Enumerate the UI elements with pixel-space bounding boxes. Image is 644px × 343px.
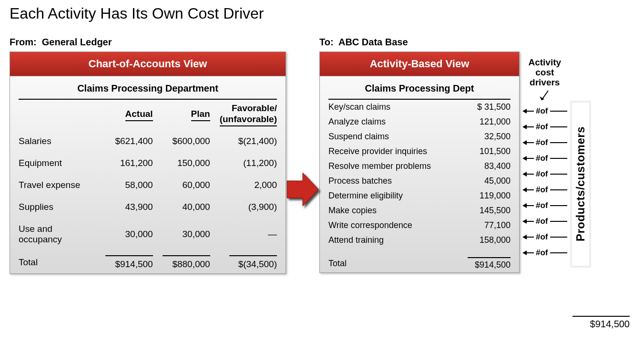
gl-fav: — bbox=[215, 218, 286, 250]
gl-plan: $600,000 bbox=[158, 130, 215, 152]
svg-marker-6 bbox=[522, 125, 527, 129]
gl-table: Actual Plan Favorable/ (unfavorable) Sal… bbox=[10, 100, 286, 273]
dash-icon bbox=[550, 111, 567, 112]
cost-driver-row: #of bbox=[522, 232, 567, 242]
numof-label: #of bbox=[536, 201, 548, 210]
transform-arrow-icon bbox=[286, 170, 319, 208]
gl-fav: (11,200) bbox=[215, 152, 286, 174]
gl-label: Supplies bbox=[10, 196, 101, 218]
gl-label: Equipment bbox=[10, 152, 101, 174]
arrow-left-icon bbox=[522, 108, 534, 114]
dash-icon bbox=[550, 189, 567, 190]
gl-fav: (3,900) bbox=[215, 196, 286, 218]
svg-marker-18 bbox=[522, 219, 527, 224]
abc-label: Process batches bbox=[320, 174, 452, 188]
gl-panel-header: Chart-of-Accounts View bbox=[10, 52, 286, 76]
table-row: Analyze claims121,000 bbox=[320, 114, 519, 129]
dash-icon bbox=[550, 158, 567, 159]
abc-label: Resolve member problems bbox=[320, 159, 452, 174]
numof-label: #of bbox=[536, 232, 548, 242]
table-row: Use and occupancy30,00030,000— bbox=[10, 218, 286, 250]
numof-label: #of bbox=[536, 154, 548, 163]
table-row: Attend training158,000 bbox=[320, 233, 519, 248]
products-customers-label: Products/customers bbox=[574, 126, 587, 241]
abc-panel-header: Activity-Based View bbox=[320, 52, 519, 76]
gl-plan: 150,000 bbox=[158, 152, 215, 174]
gl-label: Travel expense bbox=[10, 174, 101, 196]
arrow-left-icon bbox=[522, 202, 534, 209]
table-row: Supplies43,90040,000(3,900) bbox=[10, 196, 286, 218]
abc-label: Key/scan claims bbox=[320, 100, 452, 114]
table-row: Process batches45,000 bbox=[320, 174, 519, 188]
table-row: Write correspondence77,100 bbox=[320, 218, 519, 233]
arrow-left-icon bbox=[522, 218, 534, 225]
cost-driver-row: #of bbox=[522, 216, 567, 227]
gl-fav: 2,000 bbox=[215, 174, 286, 196]
numof-label: #of bbox=[536, 106, 548, 116]
gl-panel-subheader: Claims Processing Department bbox=[19, 76, 277, 100]
table-row: Receive provider inquiries101,500 bbox=[320, 144, 519, 159]
arrow-left-icon bbox=[522, 124, 534, 130]
abc-table: Key/scan claims$ 31,500Analyze claims121… bbox=[320, 100, 519, 272]
abc-label: Determine eligibility bbox=[320, 188, 452, 203]
gl-actual: 58,000 bbox=[101, 174, 158, 196]
anno-title: Activity cost drivers bbox=[522, 58, 567, 88]
abc-value: 77,100 bbox=[452, 218, 519, 233]
cost-driver-row: #of bbox=[522, 248, 567, 258]
gl-label: Salaries bbox=[10, 130, 101, 152]
numof-label: #of bbox=[536, 169, 548, 179]
numof-label: #of bbox=[536, 248, 548, 258]
abc-value: 158,000 bbox=[452, 233, 519, 248]
gl-actual: 30,000 bbox=[101, 218, 158, 250]
cost-driver-row: #of bbox=[522, 137, 567, 148]
dash-icon bbox=[550, 221, 567, 222]
numof-label: #of bbox=[536, 122, 548, 132]
dash-icon bbox=[550, 174, 567, 175]
gl-panel: Chart-of-Accounts View Claims Processing… bbox=[10, 52, 286, 274]
gl-fav: $(21,400) bbox=[215, 130, 286, 152]
gl-actual: 161,200 bbox=[101, 152, 158, 174]
table-row: Key/scan claims$ 31,500 bbox=[320, 100, 519, 114]
abc-panel-subheader: Claims Processing Dept bbox=[328, 76, 511, 100]
svg-marker-16 bbox=[522, 203, 527, 208]
gl-actual: $621,400 bbox=[101, 130, 158, 152]
cost-driver-row: #of bbox=[522, 200, 567, 211]
abc-label: Make copies bbox=[320, 203, 452, 218]
cost-driver-row: #of bbox=[522, 122, 567, 132]
abc-value: 101,500 bbox=[452, 144, 519, 159]
dash-icon bbox=[550, 126, 567, 127]
cost-driver-row: #of bbox=[522, 185, 567, 195]
table-row: Determine eligibility119,000 bbox=[320, 188, 519, 203]
svg-marker-8 bbox=[522, 140, 527, 145]
table-row: Make copies145,500 bbox=[320, 203, 519, 218]
abc-value: 83,400 bbox=[452, 159, 519, 174]
numof-label: #of bbox=[536, 185, 548, 195]
svg-marker-4 bbox=[522, 109, 527, 114]
dash-icon bbox=[550, 252, 567, 253]
abc-value: $ 31,500 bbox=[452, 100, 519, 114]
arrow-left-icon bbox=[522, 187, 534, 193]
col-actual: Actual bbox=[101, 100, 158, 130]
abc-label: Attend training bbox=[320, 233, 452, 248]
gl-actual: 43,900 bbox=[101, 196, 158, 218]
gl-plan: 30,000 bbox=[158, 218, 215, 250]
arrow-left-icon bbox=[522, 155, 534, 162]
arrow-left-icon bbox=[522, 139, 534, 146]
table-row: Resolve member problems83,400 bbox=[320, 159, 519, 174]
abc-total-row: Total $914,500 bbox=[320, 248, 519, 272]
arrow-left-icon bbox=[522, 249, 534, 256]
svg-marker-20 bbox=[522, 235, 527, 239]
table-row: Suspend claims32,500 bbox=[320, 129, 519, 144]
dash-icon bbox=[550, 205, 567, 206]
svg-marker-0 bbox=[287, 173, 318, 206]
to-label: To: ABC Data Base bbox=[319, 37, 520, 48]
abc-value: 145,500 bbox=[452, 203, 519, 218]
dash-icon bbox=[550, 237, 567, 238]
arrow-left-icon bbox=[522, 234, 534, 240]
gl-total-row: Total $914,500 $880,000 $(34,500) bbox=[10, 250, 286, 273]
table-row: Travel expense58,00060,0002,000 bbox=[10, 174, 286, 196]
svg-marker-14 bbox=[522, 187, 527, 192]
abc-label: Suspend claims bbox=[320, 129, 452, 144]
abc-value: 45,000 bbox=[452, 174, 519, 188]
abc-value: 32,500 bbox=[452, 129, 519, 144]
